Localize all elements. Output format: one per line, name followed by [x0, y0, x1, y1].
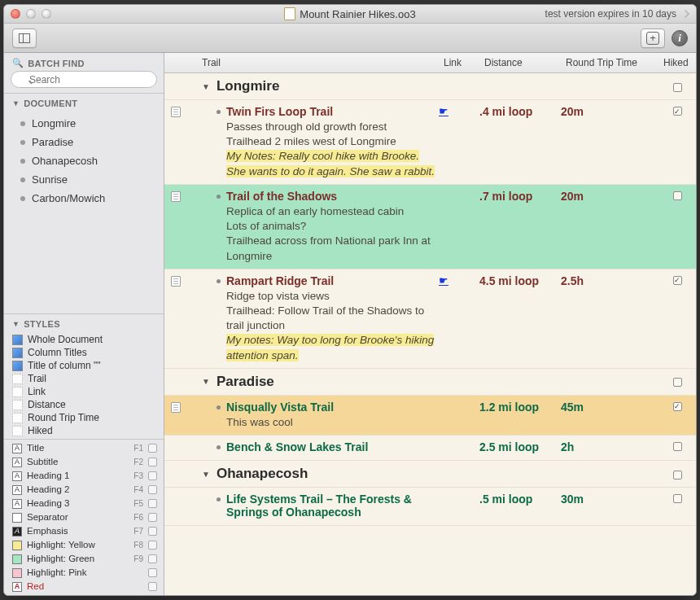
note-icon[interactable] — [171, 107, 181, 117]
style-item[interactable]: Link — [4, 385, 164, 398]
sidebar-doc-label: Paradise — [32, 136, 73, 148]
named-style-checkbox[interactable] — [148, 554, 157, 563]
col-hiked[interactable]: Hiked — [658, 57, 696, 68]
minimize-button[interactable] — [26, 9, 36, 19]
named-style-checkbox[interactable] — [148, 568, 157, 577]
hiked-checkbox[interactable]: ✓ — [673, 107, 682, 116]
named-style-label: Heading 3 — [27, 497, 124, 510]
trail-title: Bench & Snow Lakes Trail — [226, 440, 439, 453]
named-style-shortcut: F4 — [129, 483, 143, 497]
col-trail[interactable]: Trail — [187, 57, 439, 68]
sidebar-doc-item[interactable]: Ohanapecosh — [4, 151, 164, 170]
named-style-item[interactable]: SeparatorF6 — [4, 510, 164, 524]
named-style-checkbox[interactable] — [148, 471, 157, 480]
style-item[interactable]: Whole Document — [4, 333, 164, 346]
named-style-item[interactable]: ASubtitleF2 — [4, 455, 164, 469]
style-item[interactable]: Trail — [4, 372, 164, 385]
named-style-checkbox[interactable] — [148, 582, 157, 591]
named-style-item[interactable]: Highlight: YellowF8 — [4, 538, 164, 552]
disclosure-triangle-icon[interactable]: ▼ — [202, 82, 210, 91]
named-style-checkbox[interactable] — [148, 499, 157, 508]
style-swatch-icon: A — [12, 444, 22, 453]
hiked-checkbox[interactable]: ✓ — [673, 402, 682, 411]
named-style-checkbox[interactable] — [148, 541, 157, 550]
col-link[interactable]: Link — [439, 57, 479, 68]
hiked-checkbox[interactable] — [673, 83, 682, 92]
trail-row[interactable]: Trail of the ShadowsReplica of an early … — [164, 185, 696, 269]
trail-row[interactable]: Nisqually Vista TrailThis was cool1.2 mi… — [164, 396, 696, 436]
trail-distance: .7 mi loop — [479, 190, 561, 203]
note-icon[interactable] — [171, 402, 181, 413]
col-round-trip[interactable]: Round Trip Time — [561, 57, 658, 68]
trail-row[interactable]: Life Systems Trail – The Forests & Sprin… — [164, 488, 696, 526]
toggle-sidebar-button[interactable] — [12, 28, 37, 48]
inspector-button[interactable]: i — [672, 30, 688, 46]
style-item[interactable]: Column Titles — [4, 346, 164, 359]
named-style-checkbox[interactable] — [148, 513, 157, 522]
style-item[interactable]: Hiked — [4, 424, 164, 437]
named-style-item[interactable]: Highlight: GreenF9 — [4, 552, 164, 566]
fullscreen-icon[interactable] — [681, 10, 689, 18]
bullet-icon — [217, 195, 221, 199]
style-swatch-icon — [12, 568, 22, 578]
trail-description: Trailhead 2 miles west of Longmire — [226, 134, 439, 149]
named-style-item[interactable]: AEmphasisF7 — [4, 524, 164, 538]
named-style-checkbox[interactable] — [148, 458, 157, 466]
styles-section-header[interactable]: ▼ STYLES — [4, 314, 164, 331]
named-style-checkbox[interactable] — [148, 444, 157, 453]
disclosure-triangle-icon[interactable]: ▼ — [202, 470, 210, 479]
style-item[interactable]: Title of column "" — [4, 359, 164, 372]
close-button[interactable] — [11, 9, 20, 19]
trail-row[interactable]: Rampart Ridge TrailRidge top vista views… — [164, 269, 696, 369]
style-swatch-icon — [12, 335, 23, 345]
style-swatch-icon — [12, 348, 23, 358]
trail-row[interactable]: Twin Firs Loop TrailPasses through old g… — [164, 100, 696, 185]
section-row[interactable]: ▼Paradise — [164, 369, 696, 396]
sidebar-doc-item[interactable]: Paradise — [4, 133, 164, 151]
named-style-checkbox[interactable] — [148, 485, 157, 494]
hiked-checkbox[interactable] — [673, 442, 682, 451]
named-style-checkbox[interactable] — [148, 527, 157, 536]
named-style-item[interactable]: AHeading 3F5 — [4, 497, 164, 510]
hiked-checkbox[interactable]: ✓ — [673, 276, 682, 285]
col-distance[interactable]: Distance — [479, 57, 561, 68]
disclosure-triangle-icon[interactable]: ▼ — [202, 377, 210, 386]
document-section-header[interactable]: ▼ DOCUMENT — [4, 94, 164, 111]
sidebar-doc-label: Longmire — [32, 117, 76, 129]
zoom-button[interactable] — [42, 9, 51, 19]
style-label: Link — [28, 386, 46, 397]
hiked-checkbox[interactable] — [673, 494, 682, 503]
sidebar-doc-item[interactable]: Sunrise — [4, 170, 164, 189]
add-button[interactable]: + — [641, 28, 665, 48]
bullet-icon — [217, 279, 221, 283]
link-icon[interactable]: ☛ — [439, 274, 448, 287]
hiked-checkbox[interactable] — [673, 378, 682, 387]
styles-section-label: STYLES — [24, 319, 60, 329]
note-icon[interactable] — [171, 276, 181, 287]
trail-title: Trail of the Shadows — [226, 190, 439, 203]
named-style-item[interactable]: AHeading 1F3 — [4, 469, 164, 483]
sidebar-doc-item[interactable]: Longmire — [4, 114, 164, 133]
named-style-item[interactable]: AHeading 2F4 — [4, 483, 164, 497]
named-style-item[interactable]: ARed — [4, 580, 164, 593]
link-icon[interactable]: ☛ — [439, 105, 448, 117]
trail-row[interactable]: Bench & Snow Lakes Trail2.5 mi loop2h — [164, 436, 696, 461]
search-glyph-icon: 🔍 — [12, 58, 24, 68]
hiked-checkbox[interactable] — [673, 471, 682, 480]
search-input[interactable] — [11, 71, 157, 88]
named-style-shortcut: F5 — [129, 497, 143, 510]
named-style-item[interactable]: Highlight: Pink — [4, 566, 164, 580]
expiry-text: test version expires in 10 days — [545, 8, 676, 20]
batch-find-header[interactable]: 🔍 BATCH FIND — [4, 53, 164, 71]
style-item[interactable]: Distance — [4, 398, 164, 411]
sidebar-doc-item[interactable]: Carbon/Mowich — [4, 189, 164, 208]
note-icon[interactable] — [171, 191, 181, 202]
section-row[interactable]: ▼Longmire — [164, 73, 696, 100]
named-style-item[interactable]: ATitleF1 — [4, 441, 164, 455]
style-item[interactable]: Round Trip Time — [4, 411, 164, 424]
outline-rows[interactable]: ▼LongmireTwin Firs Loop TrailPasses thro… — [164, 73, 696, 595]
hiked-checkbox[interactable] — [673, 191, 682, 200]
bullet-icon — [20, 196, 25, 201]
named-style-label: Highlight: Green — [27, 552, 124, 566]
section-row[interactable]: ▼Ohanapecosh — [164, 461, 696, 488]
